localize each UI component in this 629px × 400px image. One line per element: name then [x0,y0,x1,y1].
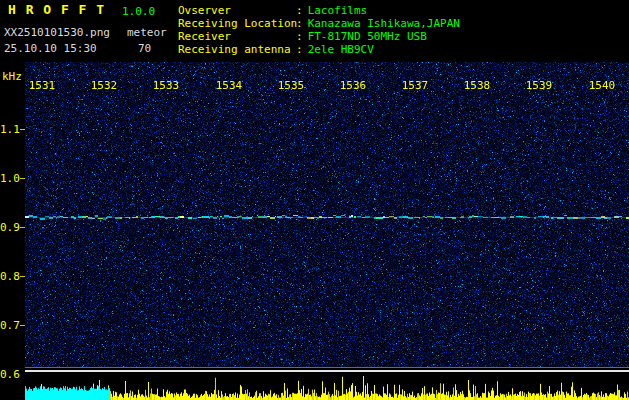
info-label: Receiver [178,30,296,43]
info-row-observer: Ovserver:Lacofilms [178,4,460,17]
timestamp: 25.10.10 15:30 [4,42,97,55]
x-tick-label: 1535 [271,79,311,92]
x-tick-label: 1531 [22,79,62,92]
x-tick-label: 1539 [519,79,559,92]
baseline-line [25,370,629,372]
spectrogram-canvas [25,62,629,368]
level-graph-canvas [25,374,629,400]
info-row-antenna: Receiving antenna:2ele HB9CV [178,43,460,56]
x-tick-label: 1537 [395,79,435,92]
info-value: Lacofilms [308,4,368,17]
info-value: 2ele HB9CV [308,43,374,56]
y-tick-label: 0.9 [0,221,19,234]
y-tick-mark [20,227,25,228]
info-separator: : [296,17,303,30]
info-value: Kanazawa Ishikawa,JAPAN [308,17,460,30]
info-label: Ovserver [178,4,296,17]
x-tick-label: 1536 [333,79,373,92]
y-tick-mark [20,276,25,277]
info-label: Receiving Location [178,17,296,30]
hrofft-screen: H R O F F T 1.0.0 XX2510101530.png meteo… [0,0,629,400]
separator-line [25,367,629,368]
info-separator: : [296,4,303,17]
info-row-location: Receiving Location:Kanazawa Ishikawa,JAP… [178,17,460,30]
y-tick-mark [20,325,25,326]
info-label: Receiving antenna [178,43,296,56]
station-info: Ovserver:Lacofilms Receiving Location:Ka… [178,4,460,56]
app-title: H R O F F T [8,3,105,16]
noise-level-value: 70 [138,42,151,55]
x-tick-label: 1538 [457,79,497,92]
info-separator: : [296,30,303,43]
y-tick-mark [20,178,25,179]
mode-label: meteor [127,26,167,39]
info-separator: : [296,43,303,56]
info-value: FT-817ND 50MHz USB [308,30,427,43]
x-tick-label: 1532 [84,79,124,92]
y-tick-label: 0.6 [0,368,19,381]
y-tick-label: 1.1 [0,123,19,136]
x-tick-label: 1534 [209,79,249,92]
app-version: 1.0.0 [122,5,155,18]
y-tick-label: 0.8 [0,270,19,283]
x-tick-label: 1540 [582,79,622,92]
y-tick-label: 1.0 [0,172,19,185]
info-row-receiver: Receiver:FT-817ND 50MHz USB [178,30,460,43]
output-filename: XX2510101530.png [4,26,110,39]
x-tick-label: 1533 [146,79,186,92]
y-tick-label: 0.7 [0,319,19,332]
y-tick-mark [20,129,25,130]
y-axis-unit-label: kHz [2,70,22,83]
